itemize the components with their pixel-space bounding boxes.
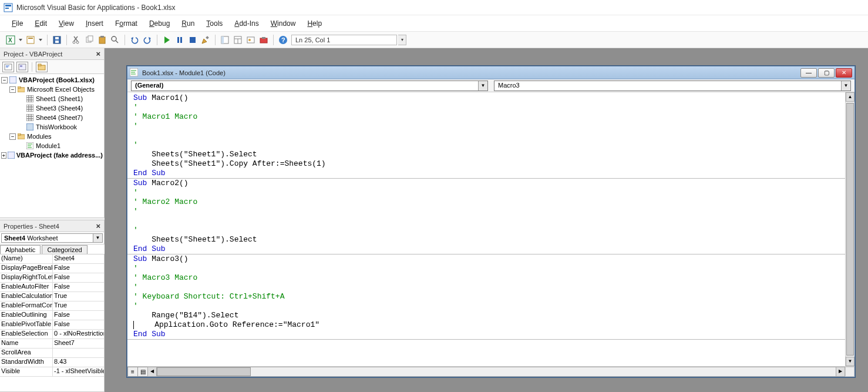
property-value[interactable]: -1 - xlSheetVisible <box>53 367 104 376</box>
property-row[interactable]: EnableAutoFilterFalse <box>0 283 104 292</box>
reset-icon[interactable] <box>187 34 199 46</box>
property-value[interactable]: 8.43 <box>53 358 104 367</box>
project-tree[interactable]: −VBAProject (Book1.xlsx) −Microsoft Exce… <box>0 74 105 218</box>
property-row[interactable]: EnablePivotTableFalse <box>0 320 104 330</box>
dropdown-icon[interactable]: ▼ <box>478 81 487 91</box>
project-explorer-icon[interactable] <box>219 34 231 46</box>
property-value[interactable]: 0 - xlNoRestrictions <box>53 330 104 339</box>
property-value[interactable]: False <box>53 273 104 282</box>
procedure-view-icon[interactable]: ≡ <box>127 367 138 377</box>
expand-icon[interactable]: + <box>1 152 6 159</box>
design-mode-icon[interactable] <box>200 34 211 46</box>
toolbox-icon[interactable] <box>258 34 270 46</box>
toggle-folders-icon[interactable] <box>36 62 48 72</box>
find-icon[interactable] <box>109 34 121 46</box>
scroll-up-icon[interactable]: ▲ <box>846 92 854 102</box>
menu-file[interactable]: File <box>6 17 29 30</box>
code-window-titlebar[interactable]: Book1.xlsx - Module1 (Code) — ▢ ✕ <box>127 66 854 79</box>
undo-icon[interactable] <box>129 34 140 46</box>
full-module-view-icon[interactable]: ▤ <box>137 367 148 377</box>
properties-object-combo[interactable]: Sheet4 Worksheet ▼ <box>0 232 105 244</box>
property-row[interactable]: StandardWidth8.43 <box>0 358 104 367</box>
property-row[interactable]: NameSheet7 <box>0 339 104 349</box>
property-value[interactable]: False <box>53 311 104 320</box>
close-icon[interactable]: × <box>96 222 100 230</box>
svg-marker-5 <box>19 39 22 41</box>
object-browser-icon[interactable] <box>245 34 257 46</box>
code-editor[interactable]: Sub Macro1() ' ' Macro1 Macro ' ' Sheets… <box>127 92 845 366</box>
scroll-thumb[interactable] <box>846 103 854 356</box>
collapse-icon[interactable]: − <box>9 133 16 140</box>
insert-module-icon[interactable] <box>25 34 36 46</box>
menu-format[interactable]: Format <box>109 17 143 30</box>
property-value[interactable]: Sheet4 <box>53 254 104 263</box>
tab-alphabetic[interactable]: Alphabetic <box>0 245 41 254</box>
menu-tools[interactable]: Tools <box>200 17 228 30</box>
view-object-icon[interactable] <box>16 62 28 72</box>
property-value[interactable] <box>53 349 104 357</box>
dropdown-icon[interactable] <box>38 39 43 41</box>
property-row[interactable]: (Name)Sheet4 <box>0 254 104 264</box>
maximize-button[interactable]: ▢ <box>818 68 835 78</box>
property-value[interactable]: True <box>53 292 104 301</box>
scroll-thumb[interactable] <box>157 367 251 376</box>
minimize-button[interactable]: — <box>800 68 817 78</box>
dropdown-icon[interactable]: ▼ <box>93 233 103 243</box>
dropdown-icon[interactable]: ▼ <box>841 81 850 91</box>
toolbar-overflow-icon[interactable]: ▾ <box>398 35 406 45</box>
property-name: EnablePivotTable <box>0 320 53 329</box>
svg-rect-45 <box>20 65 22 67</box>
properties-grid[interactable]: (Name)Sheet4DisplayPageBreaksFalseDispla… <box>0 254 105 392</box>
menu-debug[interactable]: Debug <box>143 17 176 30</box>
procedure-dropdown[interactable]: Macro3 ▼ <box>494 81 851 91</box>
svg-rect-68 <box>18 133 21 135</box>
property-value[interactable]: True <box>53 301 104 310</box>
property-row[interactable]: Visible-1 - xlSheetVisible <box>0 367 104 377</box>
menu-run[interactable]: Run <box>176 17 200 30</box>
menu-help[interactable]: Help <box>301 17 328 30</box>
view-code-icon[interactable] <box>2 62 14 72</box>
close-button[interactable]: ✕ <box>836 68 852 78</box>
scroll-left-icon[interactable]: ◀ <box>147 367 157 377</box>
run-icon[interactable] <box>161 34 173 46</box>
help-icon[interactable]: ? <box>277 34 289 46</box>
property-value[interactable]: Sheet7 <box>53 339 104 348</box>
paste-icon[interactable] <box>96 34 108 46</box>
collapse-icon[interactable]: − <box>9 86 16 93</box>
horizontal-scrollbar[interactable]: ◀ ▶ <box>147 367 845 377</box>
property-row[interactable]: EnableFormatConditionsCalculationTrue <box>0 301 104 311</box>
property-value[interactable]: False <box>53 320 104 329</box>
dropdown-icon[interactable] <box>18 39 23 41</box>
menu-window[interactable]: Window <box>265 17 302 30</box>
close-icon[interactable]: × <box>96 49 100 58</box>
tab-categorized[interactable]: Categorized <box>42 245 87 254</box>
save-icon[interactable] <box>51 34 63 46</box>
menu-edit[interactable]: Edit <box>29 17 53 30</box>
menu-insert[interactable]: Insert <box>80 17 109 30</box>
folder-icon <box>17 132 25 140</box>
property-value[interactable]: False <box>53 283 104 292</box>
cut-icon[interactable] <box>70 34 82 46</box>
scroll-down-icon[interactable]: ▼ <box>846 357 854 366</box>
vertical-scrollbar[interactable]: ▲ ▼ <box>845 92 854 366</box>
resize-grip[interactable] <box>845 367 854 377</box>
object-dropdown[interactable]: (General) ▼ <box>131 81 488 91</box>
redo-icon[interactable] <box>142 34 153 46</box>
property-row[interactable]: EnableCalculationTrue <box>0 292 104 301</box>
property-name: EnableSelection <box>0 330 53 339</box>
menu-addins[interactable]: Add-Ins <box>228 17 264 30</box>
menu-view[interactable]: View <box>53 17 80 30</box>
property-row[interactable]: DisplayPageBreaksFalse <box>0 264 104 273</box>
property-row[interactable]: EnableOutliningFalse <box>0 311 104 320</box>
property-value[interactable]: False <box>53 264 104 273</box>
view-excel-icon[interactable]: X <box>5 34 16 46</box>
break-icon[interactable] <box>174 34 186 46</box>
property-row[interactable]: EnableSelection0 - xlNoRestrictions <box>0 330 104 339</box>
property-row[interactable]: DisplayRightToLeftFalse <box>0 273 104 283</box>
svg-rect-51 <box>26 95 33 102</box>
collapse-icon[interactable]: − <box>1 77 8 83</box>
scroll-right-icon[interactable]: ▶ <box>836 367 845 377</box>
property-row[interactable]: ScrollArea <box>0 349 104 358</box>
properties-window-icon[interactable] <box>232 34 244 46</box>
copy-icon[interactable] <box>83 34 95 46</box>
